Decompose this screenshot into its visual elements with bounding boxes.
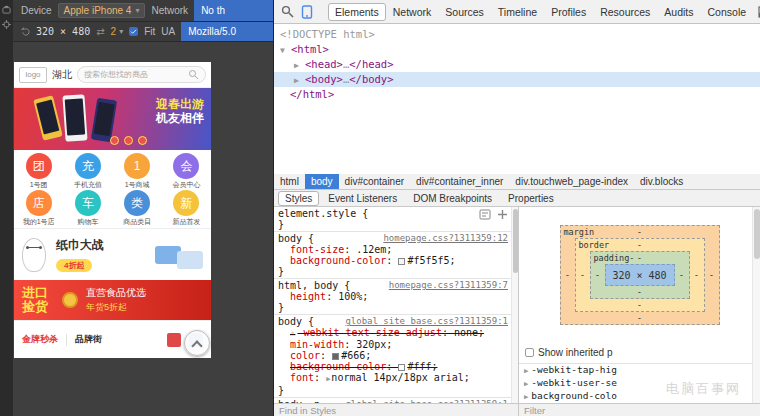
border-right-value[interactable]: - (690, 251, 704, 299)
rule-selector[interactable]: body { (278, 316, 340, 327)
zoom-select[interactable]: 2 ▾ (111, 26, 124, 37)
rule-selector[interactable]: body { (278, 233, 378, 244)
crosshair-icon[interactable] (2, 20, 11, 29)
console-drawer-icon[interactable] (755, 3, 760, 21)
breadcrumb-div-blocks[interactable]: div.blocks (634, 174, 689, 189)
breadcrumb-div-container[interactable]: div#container (339, 174, 410, 189)
tab-sources[interactable]: Sources (438, 3, 491, 21)
expand-arrow-icon[interactable]: ▶ (524, 380, 528, 388)
swap-dimensions-icon[interactable]: ⇄ (96, 26, 104, 37)
css-file-link[interactable]: global_site_base.css?1311359:1 (345, 316, 508, 327)
tab-resources[interactable]: Resources (593, 3, 657, 21)
border-left-value[interactable]: - (576, 251, 590, 299)
scroll-top-button[interactable] (184, 330, 210, 356)
nav-item[interactable]: 充手机充值 (63, 153, 112, 190)
border-bottom-value[interactable]: - (576, 299, 704, 311)
sidebar-tab-event-listeners[interactable]: Event Listeners (321, 191, 404, 206)
body-line-selected[interactable]: ▶<body>…</body> (274, 72, 760, 87)
css-property[interactable]: color: #666; (278, 350, 508, 361)
device-select[interactable]: Apple iPhone 4 ▾ (58, 3, 146, 18)
expand-arrow-icon[interactable]: ▶ (294, 58, 305, 73)
styles-scrollbar[interactable] (511, 207, 518, 403)
expand-arrow-icon[interactable]: ▶ (294, 73, 305, 88)
tab-console[interactable]: Console (701, 3, 754, 21)
computed-property[interactable]: ▶-webkit-tap-hig (519, 364, 760, 377)
expand-arrow-icon[interactable]: ▼ (280, 43, 291, 58)
toggle-device-mode-icon[interactable] (298, 3, 316, 21)
region-selector[interactable]: 湖北 (52, 68, 72, 82)
css-file-link[interactable]: homepage.css?1311359:7 (389, 280, 508, 291)
import-promo-banner[interactable]: 进口捡货 直营食品优选 年货5折起 (14, 280, 211, 320)
search-input[interactable]: 搜索你想找的商品 (77, 66, 206, 83)
tab-profiles[interactable]: Profiles (544, 3, 593, 21)
css-property[interactable]: background-color: #fff; (278, 361, 508, 372)
inspect-element-icon[interactable] (278, 3, 296, 21)
tab-network[interactable]: Network (386, 3, 439, 21)
tissue-banner[interactable]: 纸巾大战 4折起 (14, 228, 211, 280)
boxmodel-padding[interactable]: padding- - - 320 × 480 - - (590, 251, 690, 299)
expand-arrow-icon[interactable]: ▶ (524, 393, 528, 401)
padding-left-value[interactable]: - (591, 264, 605, 286)
show-inherited-checkbox[interactable] (525, 348, 534, 357)
padding-bottom-value[interactable]: - (591, 286, 689, 298)
device-label[interactable]: Device (21, 5, 52, 16)
scrollbar-thumb[interactable] (754, 209, 760, 259)
nav-item[interactable]: 类商品类目 (113, 190, 162, 227)
nav-item[interactable]: 团1号团 (14, 153, 63, 190)
rotate-icon[interactable] (21, 27, 30, 36)
viewport-dimensions[interactable]: 320 × 480 (36, 26, 90, 37)
nav-item[interactable]: 11号商城 (113, 153, 162, 190)
margin-left-value[interactable]: - (561, 238, 575, 312)
color-swatch[interactable] (398, 258, 405, 265)
head-line[interactable]: ▶<head>…</head> (274, 57, 760, 72)
nav-item[interactable]: 新新品首发 (162, 190, 211, 227)
computed-scrollbar[interactable] (752, 207, 760, 403)
network-throttle-select[interactable]: No th (194, 0, 273, 21)
css-property[interactable]: height: 100%; (278, 291, 508, 302)
nav-item[interactable]: 会会员中心 (162, 153, 211, 190)
color-swatch[interactable] (398, 364, 405, 371)
site-logo[interactable]: logo (19, 67, 47, 83)
html-open-line[interactable]: ▼<html> (274, 42, 760, 57)
html-close-line[interactable]: </html> (274, 87, 760, 102)
css-property[interactable]: min-width: 320px; (278, 339, 508, 350)
scrollbar-thumb[interactable] (513, 209, 518, 273)
bottom-tab[interactable]: 品牌街 (75, 333, 102, 346)
computed-filter-input[interactable]: Filter (519, 403, 760, 416)
margin-right-value[interactable]: - (705, 238, 719, 312)
bottom-tab[interactable]: 金牌秒杀 (22, 333, 58, 346)
camera-icon[interactable] (2, 5, 11, 14)
breadcrumb-div-container-inner[interactable]: div#container_inner (410, 174, 509, 189)
new-style-rule-icon[interactable] (497, 209, 508, 220)
breadcrumb-div-touchweb-page-index[interactable]: div.touchweb_page-index (509, 174, 634, 189)
nav-item[interactable]: 店我的1号店 (14, 190, 63, 227)
element-state-icon[interactable] (479, 209, 491, 220)
tab-elements[interactable]: Elements (328, 3, 386, 21)
breadcrumb-body[interactable]: body (305, 174, 339, 189)
breadcrumb-html[interactable]: html (274, 174, 305, 189)
fit-checkbox[interactable] (129, 27, 138, 36)
css-file-link[interactable]: homepage.css?1311359:12 (383, 233, 508, 244)
sidebar-tab-styles[interactable]: Styles (278, 191, 319, 206)
css-property[interactable]: ⚠-webkit-text-size-adjust: none; (278, 327, 508, 339)
expand-arrow-icon[interactable]: ▶ (524, 367, 528, 375)
sidebar-tab-properties[interactable]: Properties (501, 191, 561, 206)
sidebar-tab-dom-breakpoints[interactable]: DOM Breakpoints (406, 191, 499, 206)
padding-right-value[interactable]: - (675, 264, 689, 286)
rule-selector[interactable]: html, body { (278, 280, 384, 291)
tab-audits[interactable]: Audits (657, 3, 700, 21)
boxmodel-content[interactable]: 320 × 480 (605, 264, 675, 286)
css-property[interactable]: font-size: .12em; (278, 244, 508, 255)
tab-timeline[interactable]: Timeline (491, 3, 544, 21)
boxmodel-margin[interactable]: margin - - border - - padding- (560, 225, 720, 325)
css-property[interactable]: font: ▶normal 14px/18px arial; (278, 372, 508, 385)
hero-banner[interactable]: 迎春出游 机友相伴 (14, 88, 211, 150)
margin-bottom-value[interactable]: - (561, 312, 719, 324)
expand-arrow-icon[interactable]: ▶ (326, 375, 330, 383)
color-swatch[interactable] (332, 353, 339, 360)
find-styles-input[interactable]: Find in Styles (274, 403, 518, 416)
nav-item[interactable]: 车购物车 (63, 190, 112, 227)
css-property[interactable]: background-color: #f5f5f5; (278, 255, 508, 266)
ua-select[interactable]: Mozilla/5.0 (181, 22, 273, 41)
doctype-line[interactable]: <!DOCTYPE html> (274, 27, 760, 42)
